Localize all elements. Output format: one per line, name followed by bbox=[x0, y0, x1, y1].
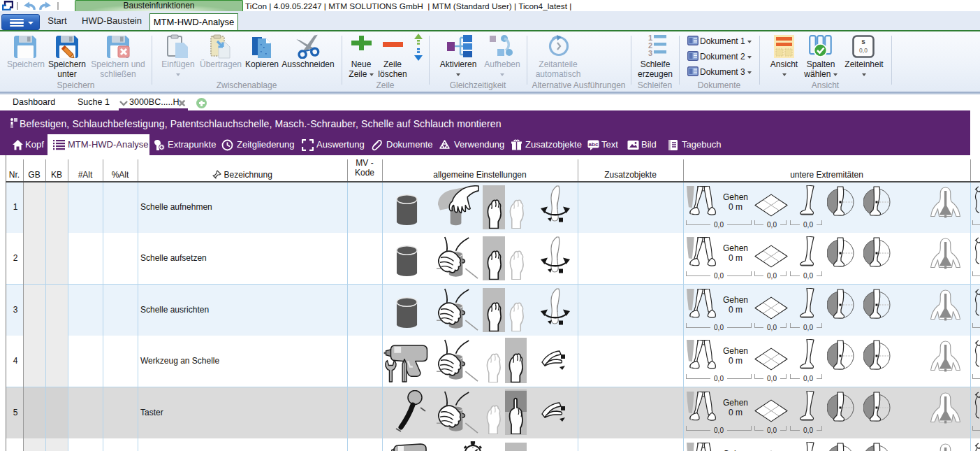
svg-text:3: 3 bbox=[648, 49, 652, 56]
svg-text:abc: abc bbox=[589, 141, 599, 148]
svg-text:s: s bbox=[861, 38, 865, 45]
svg-text:0,0: 0,0 bbox=[859, 47, 868, 54]
